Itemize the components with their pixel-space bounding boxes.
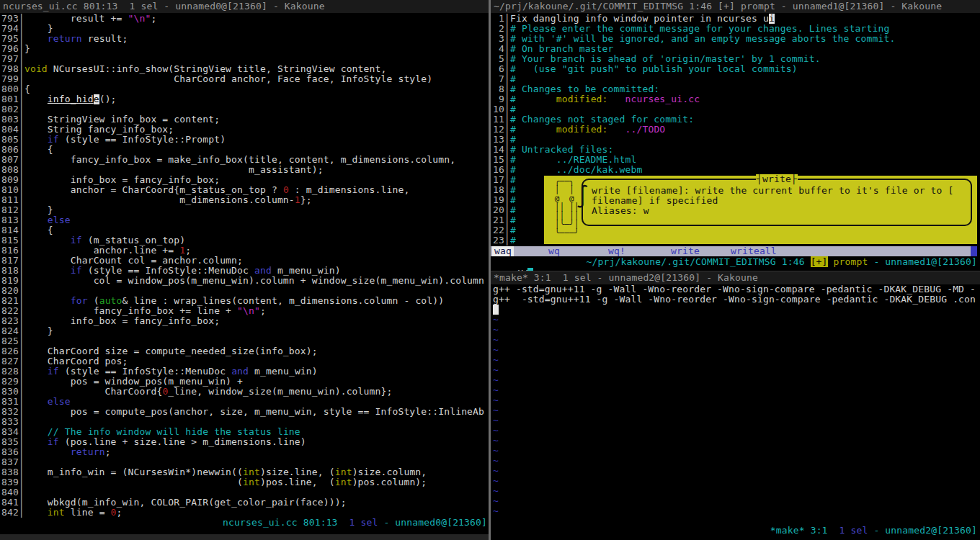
line-number: 16│ bbox=[493, 165, 510, 175]
text-segment: ~ bbox=[493, 375, 499, 385]
buffer-line: 806│ { bbox=[1, 145, 489, 155]
buffer-line: 841│ wbkgd(m_info_win, COLOR_PAIR(get_co… bbox=[1, 498, 489, 508]
text-segment bbox=[828, 256, 834, 267]
buffer-line: 808│ m_assistant); bbox=[1, 165, 489, 175]
text-segment: 1 sel bbox=[839, 525, 868, 536]
text-segment: # bbox=[510, 195, 516, 205]
line-number: 807│ bbox=[1, 155, 24, 165]
titlebar-make[interactable]: *make* 3:1 1 sel - unnamed2@[21360] - Ka… bbox=[491, 271, 980, 284]
text-segment: # bbox=[510, 215, 516, 225]
completion-item[interactable]: wq! bbox=[606, 246, 628, 256]
line-number: 793│ bbox=[1, 14, 24, 24]
buffer-line: 830│ CharCoord{0_line, window_size(m_men… bbox=[1, 387, 489, 397]
text-segment: ; bbox=[105, 447, 111, 457]
text-segment: StringView info_box = content; bbox=[24, 114, 220, 125]
line-number: 831│ bbox=[1, 397, 24, 407]
line-number: 19│ bbox=[493, 195, 510, 205]
line-number: 828│ bbox=[1, 366, 24, 377]
buffer-line: 801│ info_hide(); bbox=[1, 94, 489, 104]
text-segment: int bbox=[48, 508, 65, 518]
line-number: 805│ bbox=[1, 135, 24, 145]
line-number: 842│ bbox=[1, 508, 24, 518]
line-number: 817│ bbox=[1, 256, 24, 266]
clippy-assistant: ╭──╮ │ │ @ @ ││ ││ ││ ││ │╰─╯│ ╰───╯ bbox=[550, 177, 579, 238]
line-number: 12│ bbox=[493, 125, 510, 135]
text-segment: CharCoord pos; bbox=[24, 356, 128, 366]
text-segment: auto bbox=[99, 296, 122, 306]
completion-item[interactable]: writeall bbox=[729, 246, 779, 256]
buffer-line: 827│ CharCoord pos; bbox=[1, 356, 489, 366]
line-number: 13│ bbox=[493, 135, 510, 145]
buffer-line: 807│ fancy_info_box = make_info_box(titl… bbox=[1, 155, 489, 165]
text-segment bbox=[24, 215, 48, 225]
buffer-line: 6│# (use "git push" to publish your loca… bbox=[493, 64, 980, 74]
buffer-line: 812│ } bbox=[1, 205, 489, 215]
line-number: 5│ bbox=[493, 54, 510, 64]
text-segment: anchor = CharCoord{m_status_on_top ? bbox=[24, 185, 283, 195]
titlebar-editor[interactable]: ncurses_ui.cc 801:13 1 sel - unnamed0@[2… bbox=[0, 0, 489, 13]
buffer-line: 813│ else bbox=[1, 215, 489, 225]
buffer-line: 819│ col = window_pos(m_menu_win).column… bbox=[1, 276, 489, 286]
line-number: 794│ bbox=[1, 24, 24, 34]
text-segment: int bbox=[335, 467, 352, 477]
make-buffer[interactable]: g++ -std=gnu++11 -g -Wall -Wno-reorder -… bbox=[493, 284, 980, 516]
text-segment: )pos.line, ( bbox=[260, 477, 335, 487]
line-number: 813│ bbox=[1, 215, 24, 225]
completion-item[interactable]: waq bbox=[492, 246, 514, 256]
text-segment: - unnamed0@[21360] bbox=[378, 517, 487, 528]
empty-line-tilde: ~ bbox=[493, 405, 980, 415]
text-segment bbox=[608, 94, 625, 104]
text-segment: Fix dangling info window pointer in ncur… bbox=[510, 14, 769, 24]
line-number: 836│ bbox=[1, 447, 24, 457]
text-segment: g++ -std=gnu++11 -g -Wall -Wno-reorder -… bbox=[493, 284, 976, 294]
line-number: 838│ bbox=[1, 467, 24, 477]
code-buffer[interactable]: 793│ result += "\n";794│ }795│ return re… bbox=[1, 14, 489, 518]
text-segment: ; bbox=[185, 246, 191, 256]
line-number: 825│ bbox=[1, 336, 24, 346]
text-segment: 0 bbox=[111, 508, 117, 518]
buffer-line: 840│ bbox=[1, 487, 489, 498]
text-segment: for bbox=[71, 296, 88, 306]
buffer-line bbox=[493, 305, 980, 315]
empty-line-tilde: ~ bbox=[493, 365, 980, 375]
empty-line-tilde: ~ bbox=[493, 325, 980, 335]
text-segment: # (use "git push" to publish your local … bbox=[510, 64, 798, 74]
empty-line-tilde: ~ bbox=[493, 426, 980, 436]
empty-line-tilde: ~ bbox=[493, 446, 980, 456]
text-segment: 1 bbox=[295, 195, 300, 205]
text-segment: { bbox=[24, 84, 30, 94]
buffer-line: 839│ (int)pos.line, (int)pos.column); bbox=[1, 477, 489, 487]
text-segment: )pos.column); bbox=[352, 477, 427, 487]
buffer-line: 14│# Untracked files: bbox=[493, 145, 980, 155]
buffer-line: 804│ String fancy_info_box; bbox=[1, 125, 489, 135]
completion-item[interactable]: write bbox=[669, 246, 702, 256]
text-segment: : m_dimensions.line, bbox=[289, 185, 410, 195]
line-number: 11│ bbox=[493, 114, 510, 125]
text-segment: and bbox=[254, 266, 272, 276]
text-segment: ; bbox=[260, 306, 266, 316]
text-segment: if bbox=[48, 437, 59, 447]
text-segment: # ../doc/kak.webm bbox=[510, 165, 642, 175]
text-segment bbox=[24, 397, 48, 407]
text-segment: "\n" bbox=[237, 306, 260, 316]
buffer-line: 11│# Changes not staged for commit: bbox=[493, 114, 980, 125]
line-number: 14│ bbox=[493, 145, 510, 155]
empty-line-tilde: ~ bbox=[493, 375, 980, 385]
text-segment: [+] bbox=[811, 256, 828, 267]
line-number: 823│ bbox=[1, 316, 24, 326]
line-number: 821│ bbox=[1, 296, 24, 306]
text-segment bbox=[24, 508, 48, 518]
line-number: 23│ bbox=[493, 235, 510, 246]
titlebar-commit[interactable]: ~/prj/kakoune/.git/COMMIT_EDITMSG 1:46 [… bbox=[491, 0, 980, 13]
text-segment: g++ -std=gnu++11 -g -Wall -Wno-reorder -… bbox=[493, 294, 976, 305]
completion-item[interactable]: wq bbox=[546, 246, 562, 256]
text-segment: ~ bbox=[493, 476, 499, 486]
text-segment bbox=[24, 135, 48, 145]
text-segment: (pos.line + size.line > m_dimensions.lin… bbox=[59, 437, 306, 447]
buffer-line: 835│ if (pos.line + size.line > m_dimens… bbox=[1, 437, 489, 447]
line-number: 15│ bbox=[493, 155, 510, 165]
prompt-line[interactable]: :w ~/prj/kakoune/.git/COMMIT_EDITMSG 1:4… bbox=[493, 257, 977, 267]
line-number: 841│ bbox=[1, 498, 24, 508]
text-segment: m_assistant); bbox=[24, 165, 324, 175]
desktop: { "colors": { "background": "#000000", "… bbox=[0, 0, 980, 540]
